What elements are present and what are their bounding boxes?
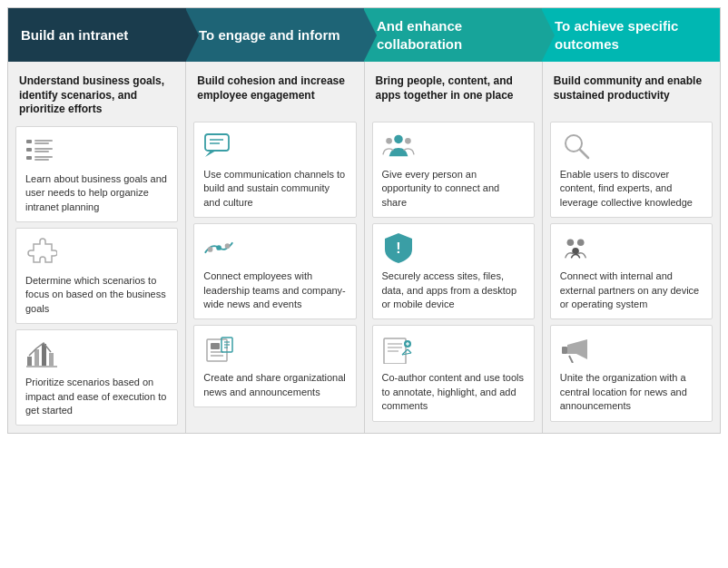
svg-rect-1: [34, 140, 53, 142]
search-icon: [560, 130, 593, 162]
svg-point-30: [386, 138, 392, 144]
card-1c-text: Prioritize scenarios based on impact and…: [25, 376, 168, 417]
announce-icon: [560, 333, 593, 366]
main-container: Build an intranet To engage and inform A…: [7, 7, 721, 434]
section-title-1: Understand business goals, identify scen…: [15, 69, 178, 121]
header-label-1: Build an intranet: [21, 26, 128, 44]
card-3c: Co-author content and use tools to annot…: [372, 325, 535, 421]
header-label-2: To engage and inform: [199, 26, 340, 44]
svg-point-18: [216, 245, 221, 250]
section-title-3: Bring people, content, and apps together…: [372, 69, 535, 116]
card-3b: ! Securely access sites, files, data, an…: [372, 223, 535, 319]
card-2c-text: Create and share organizational news and…: [203, 371, 346, 399]
content-col-2: Build cohesion and increase employee eng…: [186, 62, 364, 433]
header-col-4: To achieve specific outcomes: [542, 8, 720, 62]
puzzle-icon: [25, 236, 58, 269]
svg-point-46: [577, 240, 585, 247]
section-title-4: Build community and enable sustained pro…: [550, 69, 713, 116]
card-4b: Connect with internal and external partn…: [550, 223, 713, 319]
card-3c-text: Co-author content and use tools to annot…: [382, 371, 525, 413]
chart-icon: [25, 338, 58, 370]
content-col-1: Understand business goals, identify scen…: [8, 62, 186, 433]
devices-icon: [560, 231, 593, 264]
header-col-1: Build an intranet: [8, 8, 186, 62]
header-row: Build an intranet To engage and inform A…: [8, 8, 720, 62]
shield-icon: !: [382, 231, 415, 264]
svg-marker-17: [205, 151, 216, 157]
svg-rect-5: [34, 151, 49, 152]
svg-point-31: [405, 138, 411, 144]
card-1b-text: Determine which scenarios to focus on ba…: [25, 274, 168, 316]
svg-rect-6: [26, 156, 32, 160]
content-row: Understand business goals, identify scen…: [8, 62, 720, 433]
card-2b-text: Connect employees with leadership teams …: [203, 269, 346, 311]
svg-point-19: [208, 247, 213, 252]
svg-rect-11: [42, 344, 46, 366]
card-4a-text: Enable users to discover content, find e…: [560, 168, 703, 210]
card-2a-text: Use communication channels to build and …: [203, 168, 346, 210]
svg-rect-8: [34, 159, 49, 161]
header-col-2: To engage and inform: [186, 8, 364, 62]
card-1a-text: Learn about business goals and user need…: [25, 172, 168, 214]
handshake-icon: [203, 231, 236, 264]
card-3a: Give every person an opportunity to conn…: [372, 122, 535, 218]
svg-line-41: [408, 349, 411, 353]
svg-rect-22: [211, 343, 220, 349]
svg-text:!: !: [396, 240, 400, 256]
card-1c: Prioritize scenarios based on impact and…: [15, 329, 178, 426]
card-4c: Unite the organization with a central lo…: [550, 325, 713, 421]
header-label-3: And enhance collaboration: [377, 17, 529, 53]
svg-line-44: [580, 150, 588, 158]
svg-rect-49: [562, 347, 567, 354]
card-2a: Use communication channels to build and …: [193, 122, 356, 218]
svg-rect-3: [26, 148, 32, 152]
card-3b-text: Securely access sites, files, data, and …: [382, 269, 525, 311]
news-icon: [203, 333, 236, 366]
svg-point-20: [225, 243, 231, 249]
card-3a-text: Give every person an opportunity to conn…: [382, 168, 525, 210]
svg-rect-2: [34, 142, 49, 144]
svg-rect-14: [205, 134, 229, 151]
card-4b-text: Connect with internal and external partn…: [560, 269, 703, 311]
svg-rect-10: [34, 349, 39, 366]
svg-rect-4: [34, 148, 53, 150]
svg-rect-12: [49, 353, 54, 366]
card-4c-text: Unite the organization with a central lo…: [560, 371, 703, 413]
svg-point-45: [566, 240, 574, 247]
card-1b: Determine which scenarios to focus on ba…: [15, 228, 178, 324]
content-col-4: Build community and enable sustained pro…: [543, 62, 720, 433]
section-title-2: Build cohesion and increase employee eng…: [193, 69, 356, 116]
header-label-4: To achieve specific outcomes: [555, 17, 707, 53]
people-icon: [382, 130, 415, 162]
content-col-3: Bring people, content, and apps together…: [365, 62, 543, 433]
header-col-3: And enhance collaboration: [364, 8, 542, 62]
svg-rect-21: [207, 339, 227, 361]
coauthor-icon: [382, 333, 415, 366]
card-2b: Connect employees with leadership teams …: [193, 223, 356, 319]
svg-rect-0: [26, 140, 32, 143]
chat-icon: [203, 130, 236, 162]
card-4a: Enable users to discover content, find e…: [550, 122, 713, 218]
list-icon: [25, 134, 58, 167]
card-2c: Create and share organizational news and…: [193, 325, 356, 407]
svg-point-29: [394, 135, 402, 143]
svg-rect-7: [34, 156, 53, 158]
svg-rect-9: [27, 357, 32, 366]
svg-line-50: [569, 356, 573, 363]
card-1a: Learn about business goals and user need…: [15, 126, 178, 222]
